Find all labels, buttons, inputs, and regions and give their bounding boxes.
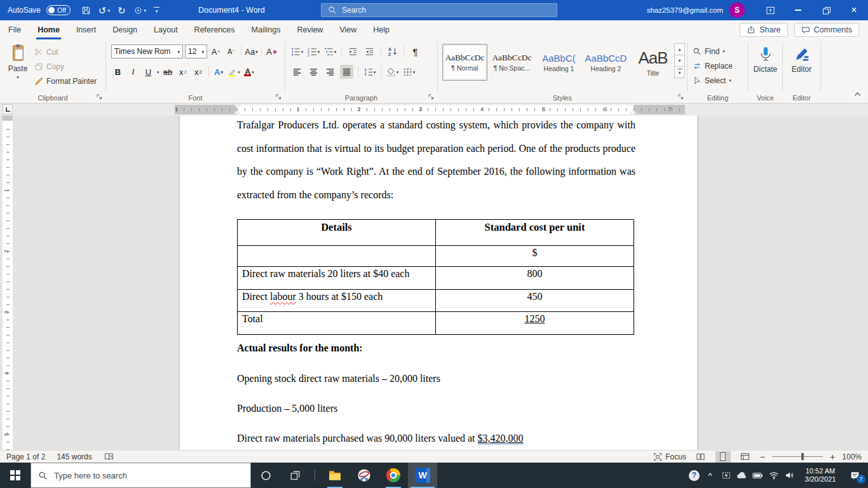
screen-snip-tray-button[interactable] xyxy=(718,463,734,488)
get-help-tray-button[interactable]: ? xyxy=(686,463,702,488)
search-input[interactable]: Search xyxy=(321,3,557,17)
font-dialog-launcher-icon[interactable] xyxy=(275,93,282,100)
zoom-in-button[interactable]: + xyxy=(830,452,835,461)
clear-formatting-button[interactable]: A◆ xyxy=(265,44,278,58)
style-heading-1[interactable]: AaBbC( Heading 1 xyxy=(536,44,581,81)
multilevel-list-button[interactable]: ▾ xyxy=(323,44,337,58)
read-mode-button[interactable] xyxy=(693,451,709,463)
account-email[interactable]: shaz25379@gmail.com xyxy=(647,6,723,14)
cut-button[interactable]: Cut xyxy=(34,45,97,58)
horizontal-ruler[interactable]: 1 1 2 3 4 5 6 7 xyxy=(175,105,685,114)
print-layout-button[interactable] xyxy=(715,451,731,463)
show-paragraph-marks-button[interactable]: ¶ xyxy=(409,44,422,58)
hanging-indent-marker[interactable] xyxy=(234,110,240,114)
zoom-slider-handle[interactable] xyxy=(801,453,804,460)
close-button[interactable]: × xyxy=(840,0,868,20)
font-color-button[interactable]: A▾ xyxy=(243,65,256,79)
action-center-button[interactable]: 7 xyxy=(843,463,866,488)
volume-tray-button[interactable] xyxy=(782,463,797,488)
cortana-button[interactable] xyxy=(251,463,280,488)
style-heading-2[interactable]: AaBbCcD Heading 2 xyxy=(583,44,628,81)
file-explorer-button[interactable] xyxy=(320,463,349,488)
zoom-out-button[interactable]: − xyxy=(760,452,765,461)
tab-design[interactable]: Design xyxy=(104,20,146,39)
styles-gallery-expand-button[interactable]: ▾ xyxy=(674,66,685,78)
change-case-button[interactable]: Aa▾ xyxy=(245,44,258,58)
bold-button[interactable]: B xyxy=(111,65,125,79)
editor-button[interactable]: Editor xyxy=(783,39,820,74)
style-title[interactable]: AaB Title xyxy=(630,44,675,81)
italic-button[interactable]: I xyxy=(126,65,140,79)
tab-view[interactable]: View xyxy=(331,20,365,39)
touch-mouse-mode-button[interactable]: ▾ xyxy=(133,6,147,15)
start-button[interactable] xyxy=(0,463,31,488)
justify-button[interactable] xyxy=(340,65,353,79)
tab-mailings[interactable]: Mailings xyxy=(243,20,289,39)
tab-references[interactable]: References xyxy=(186,20,243,39)
increase-indent-button[interactable] xyxy=(363,44,376,58)
word-count[interactable]: 145 words xyxy=(57,452,92,461)
strikethrough-button[interactable]: ab xyxy=(161,65,175,79)
wifi-tray-button[interactable] xyxy=(766,463,782,488)
taskbar-search-input[interactable]: Type here to search xyxy=(31,463,251,488)
grow-font-button[interactable]: A^ xyxy=(209,44,222,58)
clipboard-dialog-launcher-icon[interactable] xyxy=(96,93,103,100)
minimize-button[interactable] xyxy=(784,0,812,20)
dictate-button[interactable]: Dictate xyxy=(749,39,782,74)
paragraph-dialog-launcher-icon[interactable] xyxy=(428,93,435,100)
select-button[interactable]: Select▾ xyxy=(693,74,733,87)
proofing-errors-icon[interactable] xyxy=(104,452,114,461)
style-normal[interactable]: AaBbCcDc ¶ Normal xyxy=(442,44,487,81)
document-page[interactable]: Trafalgar Producers Ltd. operates a stan… xyxy=(180,116,697,450)
tab-stop-selector[interactable] xyxy=(3,104,13,114)
format-painter-button[interactable]: Format Painter xyxy=(34,74,97,88)
autosave-toggle[interactable]: Off xyxy=(46,5,71,15)
ribbon-display-options-button[interactable] xyxy=(756,0,784,20)
battery-tray-button[interactable] xyxy=(750,463,766,488)
decrease-indent-button[interactable] xyxy=(346,44,360,58)
account-avatar[interactable]: S xyxy=(729,3,745,18)
numbering-button[interactable]: ▾ xyxy=(307,44,320,58)
tab-help[interactable]: Help xyxy=(365,20,398,39)
web-layout-button[interactable] xyxy=(738,451,753,463)
show-hidden-icons-button[interactable]: ^ xyxy=(702,463,718,488)
underline-button[interactable]: U xyxy=(142,65,155,79)
onedrive-tray-button[interactable] xyxy=(734,463,750,488)
standard-cost-table[interactable]: Details Standard cost per unit $ Direct … xyxy=(237,219,634,335)
zoom-level[interactable]: 100% xyxy=(842,452,862,461)
share-button[interactable]: Share xyxy=(740,23,787,37)
undo-button[interactable]: ↺▾ xyxy=(98,6,110,15)
tab-layout[interactable]: Layout xyxy=(146,20,186,39)
shrink-font-button[interactable]: Aˇ xyxy=(224,44,238,58)
paste-button[interactable]: Paste ▾ xyxy=(4,43,31,92)
tab-home[interactable]: Home xyxy=(29,20,68,39)
line-spacing-button[interactable]: ▾ xyxy=(363,65,376,79)
copy-button[interactable]: Copy xyxy=(34,60,97,73)
superscript-button[interactable]: x2 xyxy=(192,65,205,79)
borders-button[interactable]: ▾ xyxy=(402,65,416,79)
vertical-ruler[interactable]: 1 2 3 4 5 xyxy=(3,116,13,450)
bullets-button[interactable]: ▾ xyxy=(290,44,304,58)
font-name-combobox[interactable]: Times New Rom▾ xyxy=(111,44,183,58)
sort-button[interactable] xyxy=(386,44,399,58)
styles-gallery-down-button[interactable]: ▾ xyxy=(674,55,685,67)
align-left-button[interactable] xyxy=(290,65,304,79)
first-line-indent-marker[interactable] xyxy=(234,105,240,109)
focus-mode-button[interactable]: Focus xyxy=(653,452,686,461)
comments-button[interactable]: Comments xyxy=(794,23,859,37)
styles-dialog-launcher-icon[interactable] xyxy=(677,93,684,100)
style-no-spacing[interactable]: AaBbCcDc ¶ No Spac... xyxy=(489,44,534,81)
collapse-ribbon-button[interactable] xyxy=(853,90,862,99)
highlight-color-button[interactable]: ▾ xyxy=(227,65,241,79)
snipping-tool-button[interactable] xyxy=(349,463,379,488)
clock[interactable]: 10:52 AM 3/20/2021 xyxy=(800,467,841,484)
font-size-combobox[interactable]: 12▾ xyxy=(185,44,207,58)
text-effects-button[interactable]: A▾ xyxy=(212,65,226,79)
tab-file[interactable]: File xyxy=(0,20,29,39)
redo-button[interactable]: ↻ xyxy=(118,6,126,15)
task-view-button[interactable] xyxy=(280,463,309,488)
align-right-button[interactable] xyxy=(323,65,337,79)
save-button[interactable] xyxy=(81,6,91,15)
align-center-button[interactable] xyxy=(307,65,320,79)
word-taskbar-button[interactable]: W xyxy=(408,463,437,488)
